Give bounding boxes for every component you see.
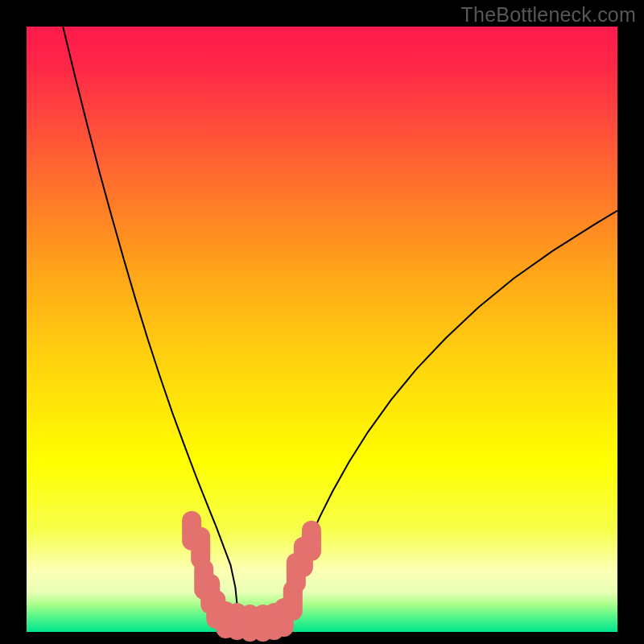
watermark-label: TheBottleneck.com xyxy=(461,3,636,27)
chart-container: TheBottleneck.com xyxy=(0,0,644,644)
plot-background xyxy=(27,27,617,632)
bottleneck-chart xyxy=(0,0,644,644)
